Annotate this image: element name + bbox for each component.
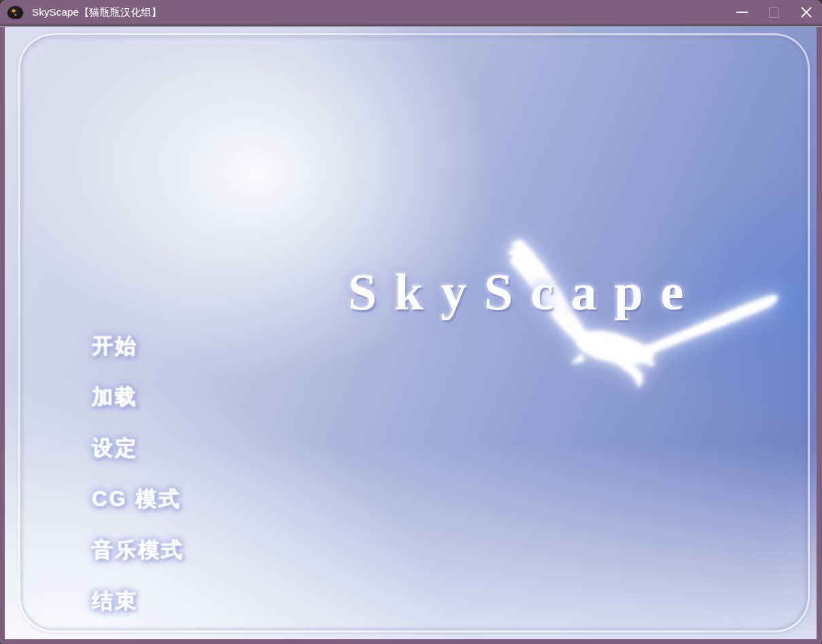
app-icon[interactable] bbox=[7, 6, 23, 19]
menu-item-load[interactable]: 加载 bbox=[92, 386, 184, 409]
close-icon bbox=[800, 5, 813, 19]
menu-item-settings[interactable]: 设定 bbox=[92, 437, 184, 460]
menu-item-start[interactable]: 开始 bbox=[92, 335, 184, 358]
main-menu: 开始 加载 设定 CG 模式 音乐模式 结束 bbox=[92, 335, 184, 613]
menu-item-exit[interactable]: 结束 bbox=[92, 590, 184, 613]
maximize-button[interactable] bbox=[758, 0, 790, 24]
maximize-icon bbox=[769, 7, 779, 18]
menu-item-cg-mode[interactable]: CG 模式 bbox=[92, 488, 184, 511]
window-title: SkyScape【猫瓶瓶汉化组】 bbox=[32, 6, 162, 19]
minimize-button[interactable] bbox=[726, 0, 758, 24]
menu-item-music-mode[interactable]: 音乐模式 bbox=[92, 539, 184, 562]
minimize-icon bbox=[736, 12, 748, 13]
game-logo: SkyScape bbox=[348, 262, 701, 322]
close-button[interactable] bbox=[790, 0, 822, 24]
app-window: SkyScape【猫瓶瓶汉化组】 bbox=[0, 0, 822, 644]
titlebar[interactable]: SkyScape【猫瓶瓶汉化组】 bbox=[0, 0, 822, 24]
window-controls bbox=[726, 0, 822, 24]
game-screen: SkyScape 开始 加载 设定 CG 模式 音乐模式 结束 bbox=[5, 27, 817, 639]
